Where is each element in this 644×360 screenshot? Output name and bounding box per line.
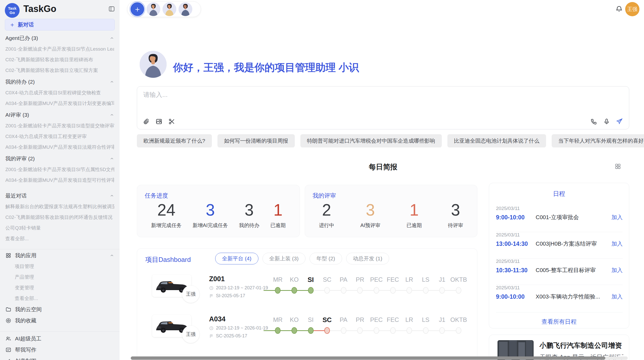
milestone-dot: [275, 287, 281, 294]
project-dashboard-card: 项目Dashboard 全新平台 (4)全新上装 (3)年型 (2)动总开发 (…: [137, 248, 477, 360]
send-icon[interactable]: [616, 118, 623, 125]
sidebar-item[interactable]: C0X4-动力总成开发项目工程变更评审: [5, 131, 114, 142]
sidebar-app-item[interactable]: 产品管理: [5, 272, 114, 282]
scissors-icon[interactable]: [168, 118, 175, 125]
sidebar-app-item[interactable]: 变更管理: [5, 282, 114, 293]
suggestion-chip[interactable]: 当下年轻人对汽车外观有怎样的喜好趋势: [552, 134, 644, 147]
sidebar-section-header[interactable]: 我的待办 (2): [5, 76, 114, 87]
sidebar-item[interactable]: A034-全新新能源MUV产品开发项目造型可行性评审: [5, 175, 114, 186]
notifications-bell-icon[interactable]: [615, 5, 623, 13]
sidebar-section-header[interactable]: 我的应用: [5, 250, 114, 261]
event-name: C003|H0B-方案冻结评审: [536, 240, 606, 248]
dashboard-tab[interactable]: 全新平台 (4): [215, 253, 258, 264]
schedule-event: 2025/03/1110:30-11:30C005-整车工程目标评审加入: [496, 259, 623, 285]
chat-input-box: [137, 86, 629, 129]
event-time: 9:00-10:00: [496, 293, 536, 300]
clock-icon: [209, 286, 214, 290]
stat: 24新增完成任务: [151, 200, 182, 229]
horizontal-scrollbar-thumb[interactable]: [131, 356, 605, 360]
view-all-schedule-link[interactable]: 查看所有日程: [489, 318, 629, 326]
sidebar-item[interactable]: Z001-全新燃油轻卡产品开发项目SI节点属性5D文件评审: [5, 164, 114, 175]
sidebar-tool-write[interactable]: 帮我写作: [0, 344, 120, 355]
agent-avatar[interactable]: [163, 2, 176, 16]
sidebar-item[interactable]: C02-飞腾新能源轻客改款项目立项汇报方案: [5, 65, 114, 76]
sidebar-section-header[interactable]: AI评审 (3): [5, 109, 114, 121]
sidebar-app-item[interactable]: 项目管理: [5, 261, 114, 272]
milestone-dot: [308, 287, 314, 294]
event-join-link[interactable]: 加入: [611, 240, 623, 248]
stat-row: 24新增完成任务3新增AI完成任务3我的待办1已逾期: [137, 200, 300, 229]
news-card[interactable]: 小鹏飞行汽车制造公司增资 天眼查 App 显示，近日广州汇天飞行汽...: [489, 335, 629, 360]
chevron-up-icon[interactable]: [110, 36, 114, 40]
sidebar-tool-pen[interactable]: 创意制图: [0, 355, 120, 360]
stat: 1已逾期: [270, 200, 286, 229]
stat-value: 3: [448, 200, 463, 220]
sidebar-view-all[interactable]: 查看全部...: [5, 293, 114, 304]
milestone-dot: [406, 287, 412, 294]
sidebar-item[interactable]: C0X4-动力总成开发项目SI里程碑提交物检查: [5, 87, 114, 98]
project-flag: SI-2025-05-17: [209, 293, 245, 298]
chevron-up-icon[interactable]: [110, 253, 114, 258]
milestone-dot: [406, 327, 412, 334]
sidebar-section: 最近对话解释最新出台的欧盟报废车法规再生塑料比例被调至15%...C02-飞腾新…: [0, 190, 120, 244]
sidebar-link-star[interactable]: 我的收藏: [0, 315, 120, 326]
event-join-link[interactable]: 加入: [611, 293, 623, 301]
app-logo: Task Go: [5, 3, 20, 18]
chevron-up-icon[interactable]: [110, 80, 114, 84]
milestone-dot: [324, 287, 330, 294]
event-time: 9:00-10:00: [496, 214, 536, 221]
sidebar-section-header[interactable]: Agent已办 (3): [5, 33, 114, 44]
sidebar-link-folder[interactable]: 我的云空间: [0, 304, 120, 315]
sidebar-item[interactable]: Z001-全新燃油皮卡产品开发项目SI节点Lesson Learn报告: [5, 44, 114, 54]
project-code[interactable]: A034: [209, 315, 226, 323]
microphone-icon[interactable]: [603, 118, 610, 125]
stat: 3新增AI完成任务: [193, 200, 228, 229]
attachment-icon[interactable]: [143, 118, 150, 125]
voice-call-icon[interactable]: [590, 118, 597, 125]
suggestion-chip[interactable]: 如何写一份清晰的项目周报: [217, 134, 295, 147]
new-chat-button[interactable]: ＋ 新对话: [5, 19, 115, 31]
sidebar-tool-people[interactable]: AI超级员工: [0, 333, 120, 344]
sidebar-item[interactable]: C02-飞腾新能源轻客改款项目的闭环通告反馈情况: [5, 212, 114, 223]
event-join-link[interactable]: 加入: [611, 214, 623, 221]
agent-avatar[interactable]: [179, 2, 192, 16]
chevron-up-icon[interactable]: [110, 193, 114, 198]
chevron-up-icon[interactable]: [110, 156, 114, 161]
dashboard-tab[interactable]: 动总开发 (1): [346, 253, 389, 264]
sidebar-link-label: 我的收藏: [15, 317, 36, 324]
stat-value: 24: [151, 200, 182, 220]
sidebar-item[interactable]: A034-全新新能源MUV产品开发项目法规符合性评审: [5, 142, 114, 153]
stat-label: 新增完成任务: [151, 222, 182, 229]
sidebar-item[interactable]: A034-全新新能源MUV产品开发项目计划变更表编写: [5, 98, 114, 109]
chat-input[interactable]: [143, 90, 622, 115]
sidebar-view-all[interactable]: 查看全部...: [5, 233, 114, 244]
sidebar-section-header[interactable]: 最近对话: [5, 190, 114, 201]
dashboard-tab[interactable]: 全新上装 (3): [262, 253, 306, 264]
sidebar-item[interactable]: C02-飞腾新能源轻客改款项目里程碑画布: [5, 54, 114, 65]
sidebar-item[interactable]: 公司Q3轻卡销量: [5, 223, 114, 233]
sidebar-section: AI评审 (3)Z001-全新燃油轻卡产品开发项目SI造型提交物评审C0X4-动…: [0, 109, 120, 153]
milestone-line-done: [264, 290, 311, 291]
sidebar-item[interactable]: 解释最新出台的欧盟报废车法规再生塑料比例被调至15%...: [5, 201, 114, 212]
sidebar-collapse-icon[interactable]: [108, 6, 115, 12]
image-upload-icon[interactable]: [155, 118, 163, 125]
user-avatar[interactable]: 王强: [625, 2, 639, 16]
sidebar-section-header[interactable]: 我的评审 (2): [5, 153, 114, 164]
event-join-link[interactable]: 加入: [611, 266, 623, 274]
milestone-label: OKTB: [450, 276, 467, 284]
project-code[interactable]: Z001: [209, 275, 225, 283]
suggestion-chip[interactable]: 特朗普可能对进口汽车增税会对中国车企造成哪些影响: [300, 134, 442, 147]
divider: [496, 312, 623, 312]
event-name: C001-立项审批会: [536, 214, 606, 221]
milestone-dot: [341, 327, 346, 334]
sidebar-item[interactable]: Z001-全新燃油轻卡产品开发项目SI造型提交物评审: [5, 121, 114, 131]
agent-avatar[interactable]: [147, 2, 160, 16]
add-agent-button[interactable]: ＋: [130, 2, 144, 16]
suggestion-chip[interactable]: 欧洲新规最近颁布了什么?: [137, 134, 212, 147]
project-flag: SC-2025-05-17: [209, 333, 247, 339]
briefing-layout-icon[interactable]: [614, 163, 621, 170]
event-row: 13:00-14:30C003|H0B-方案冻结评审加入: [496, 240, 623, 248]
chevron-up-icon[interactable]: [110, 113, 114, 117]
suggestion-chip[interactable]: 比亚迪全固态电池计划具体说了什么: [447, 134, 546, 147]
dashboard-tab[interactable]: 年型 (2): [310, 253, 342, 264]
